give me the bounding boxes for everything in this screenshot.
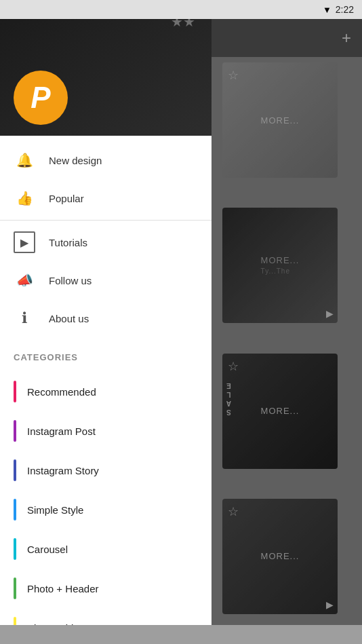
tutorials-label: Tutorials: [49, 237, 87, 248]
app-logo: P: [14, 71, 68, 125]
category-bar-instagram-story: [14, 459, 16, 481]
new-design-icon: 🔔: [14, 149, 35, 171]
about-us-icon: ℹ: [14, 307, 35, 329]
menu-item-popular[interactable]: 👍 Popular: [0, 179, 212, 217]
category-bar-photo-grid: [14, 617, 16, 625]
menu-item-new-design[interactable]: 🔔 New design: [0, 141, 212, 179]
category-label-photo-header: Photo + Header: [27, 583, 99, 594]
wifi-icon: ▼: [323, 5, 331, 15]
category-instagram-post[interactable]: Instagram Post: [0, 411, 212, 451]
category-label-photo-grid: Photo grid: [27, 622, 73, 626]
popular-label: Popular: [49, 193, 84, 204]
menu-item-tutorials[interactable]: ▶ Tutorials: [0, 223, 212, 261]
drawer-menu: 🔔 New design 👍 Popular ▶ Tutorials 📣 Fol…: [0, 136, 212, 343]
category-recommended[interactable]: Recommended: [0, 372, 212, 411]
drawer-header: P ★★: [0, 0, 212, 136]
category-instagram-story[interactable]: Instagram Story: [0, 451, 212, 490]
category-bar-carousel: [14, 538, 16, 560]
drawer: P ★★ 🔔 New design 👍 Popular ▶ Tutorials …: [0, 0, 212, 625]
category-label-simple-style: Simple Style: [27, 504, 83, 516]
category-label-carousel: Carousel: [27, 544, 68, 555]
menu-item-about-us[interactable]: ℹ About us: [0, 299, 212, 337]
categories-header: CATEGORIES: [0, 343, 212, 366]
categories-list: Recommended Instagram Post Instagram Sto…: [0, 372, 212, 625]
status-bar: ▼ 2:22: [0, 0, 362, 19]
menu-item-follow-us[interactable]: 📣 Follow us: [0, 261, 212, 299]
category-bar-recommended: [14, 381, 16, 402]
category-photo-header[interactable]: Photo + Header: [0, 569, 212, 608]
status-time: 2:22: [336, 4, 354, 15]
category-bar-simple-style: [14, 499, 16, 520]
tutorials-icon: ▶: [14, 231, 35, 253]
category-bar-photo-header: [14, 577, 16, 599]
popular-icon: 👍: [14, 187, 35, 209]
follow-us-icon: 📣: [14, 269, 35, 291]
category-carousel[interactable]: Carousel: [0, 529, 212, 569]
about-us-label: About us: [49, 313, 89, 324]
category-simple-style[interactable]: Simple Style: [0, 490, 212, 529]
category-bar-instagram-post: [14, 420, 16, 442]
logo-letter: P: [31, 83, 50, 113]
follow-us-label: Follow us: [49, 275, 92, 286]
category-label-instagram-story: Instagram Story: [27, 465, 99, 476]
category-label-recommended: Recommended: [27, 386, 96, 398]
menu-divider-1: [0, 220, 212, 221]
category-label-instagram-post: Instagram Post: [27, 425, 96, 437]
category-photo-grid[interactable]: Photo grid: [0, 608, 212, 625]
new-design-label: New design: [49, 155, 102, 166]
